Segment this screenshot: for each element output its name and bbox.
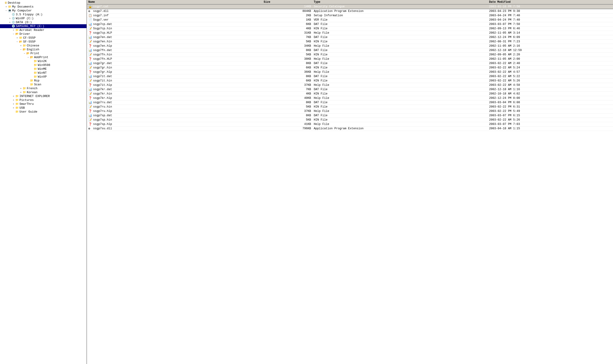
file-row[interactable]: 📝ssgp7fn.hin5KBHIN File2002-09-05 AM 2:2…	[87, 53, 613, 57]
tree-item-chinese[interactable]: +📁 Chinese	[0, 44, 87, 48]
file-date: 2002-08-31 PM 7:23	[488, 39, 613, 44]
file-row[interactable]: ❓ssgp7fn.HLP38KBHelp File2002-11-05 AM 2…	[87, 57, 613, 61]
file-name: ⚙ssgp7su.dll	[87, 127, 262, 131]
expand-icon-my-documents[interactable]: +	[5, 5, 8, 8]
file-row[interactable]: ❓ssgp7it.hlp37KBHelp File2003-02-22 AM 4…	[87, 83, 613, 87]
file-row[interactable]: ❓ssgp7en.hlp34KBHelp File2002-11-05 AM 2…	[87, 44, 613, 48]
tree-label-my-documents: My Documents	[12, 5, 34, 9]
tree-item-rcp[interactable]: 📁 Rcp	[0, 79, 87, 83]
file-row[interactable]: 📝ssgp7ru.hin5KBHIN File2003-02-22 PM 6:3…	[87, 105, 613, 109]
file-row[interactable]: ❓ssgp7gr.hlp36KBHelp File2003-02-22 AM 4…	[87, 70, 613, 74]
file-row[interactable]: ❓ssgp7ru.hlp37KBHelp File2003-02-22 PM 5…	[87, 109, 613, 114]
file-row[interactable]: 📊ssgp7cp.dat6KBDAT File2003-03-07 PM 7:5…	[87, 22, 613, 26]
folder-icon-winme: 📁	[34, 67, 37, 71]
tree-item-pictures[interactable]: +📁 Pictures	[0, 98, 87, 102]
expand-icon-internet-explorer[interactable]: +	[12, 95, 15, 98]
expand-icon-smarthru[interactable]: +	[12, 103, 15, 105]
expand-icon-print[interactable]: −	[23, 52, 26, 55]
folder-icon-addprint: 📂	[30, 56, 33, 59]
file-date: 2002-12-24 PM 6:09	[488, 35, 613, 39]
tree-item-winxp[interactable]: 📁 WinXP	[0, 75, 87, 79]
expand-icon-addprint[interactable]: −	[26, 56, 30, 59]
expand-icon-english[interactable]: −	[19, 48, 22, 51]
file-row[interactable]: 🔒ssgp7.cat14KBSecurity Catalogue2003-01-…	[87, 4, 613, 9]
expand-icon-korean[interactable]: +	[19, 91, 22, 94]
file-row[interactable]: 📊ssgp7sp.dat8KBDAT File2003-03-07 PM 6:1…	[87, 114, 613, 118]
col-header-type[interactable]: Type	[312, 0, 488, 4]
file-row[interactable]: 📝ssgp7it.hin6KBHIN File2003-02-22 AM 5:2…	[87, 79, 613, 83]
tree-item-smarthru[interactable]: +📁 SmarThru	[0, 102, 87, 106]
tree-item-usb[interactable]: +📁 USB	[0, 106, 87, 110]
col-header-name[interactable]: Name	[87, 0, 262, 4]
tree-label-pictures: Pictures	[19, 98, 34, 102]
file-row[interactable]: 📊ssgp7en.dat7KBDAT File2002-12-24 PM 6:0…	[87, 35, 613, 39]
expand-icon-pictures[interactable]: +	[12, 99, 15, 102]
expand-icon-samsung-e[interactable]: −	[8, 25, 12, 28]
file-date: 2002-12-18 AM 12:59	[488, 48, 613, 53]
expand-icon-winxp-c[interactable]: +	[8, 17, 12, 20]
expand-icon-cf555p[interactable]: +	[15, 37, 19, 39]
tree-item-my-computer[interactable]: −💻 My Computer	[0, 9, 87, 13]
tree-item-scan[interactable]: 📁 Scan	[0, 83, 87, 87]
tree-label-chinese: Chinese	[27, 44, 39, 47]
expand-icon-sf555p[interactable]: −	[15, 40, 19, 43]
tree-item-french[interactable]: +📁 French	[0, 87, 87, 90]
file-type: Help File	[312, 70, 488, 74]
file-row[interactable]: ❓ssgp7sp.hlp41KBHelp File2003-03-07 PM 7…	[87, 122, 613, 127]
file-row[interactable]: 📊ssgp7kr.dat7KBDAT File2002-12-18 AM 1:1…	[87, 87, 613, 92]
file-row[interactable]: ⚙ssgp7.dll804KBApplication Program Exten…	[87, 9, 613, 13]
col-header-date-modified[interactable]: Date Modified	[488, 0, 613, 4]
file-row[interactable]: 📝ssgp7sp.hin5KBHIN File2003-02-22 AM 5:2…	[87, 118, 613, 122]
tree-item-floppy[interactable]: 💿 3.5 Floppy (A:)	[0, 13, 87, 16]
tree-label-samsung-e: SAMSUNG_MFP (E:)	[16, 25, 44, 28]
col-header-size[interactable]: Size	[262, 0, 312, 4]
file-row[interactable]: ❓ssgp7kr.hlp40KBHelp File2002-12-24 PM 8…	[87, 96, 613, 100]
tree-item-internet-explorer[interactable]: +📁 INTERNET EXPLORER	[0, 94, 87, 98]
file-size: 38KB	[262, 57, 312, 61]
file-row[interactable]: 📊ssgp7gr.dat8KBDAT File2003-02-22 AM 2:4…	[87, 61, 613, 66]
tree-item-winxp-c[interactable]: +💿 WinXP (C:)	[0, 16, 87, 20]
file-row[interactable]: 📋ssgp7.inf2KBSetup Information2003-04-24…	[87, 13, 613, 18]
tree-item-cf555p[interactable]: +📁 CF-555P	[0, 36, 87, 40]
file-row[interactable]: ❓ssgp7cp.HLP31KBHelp File2002-11-05 AM 3…	[87, 31, 613, 35]
file-row[interactable]: 📊ssgp7ru.dat8KBDAT File2003-03-04 PM 6:0…	[87, 100, 613, 105]
expand-icon-acrobat[interactable]: +	[12, 29, 15, 32]
tree-item-data-d[interactable]: +💿 DATA (D:)	[0, 20, 87, 24]
tree-item-addprint[interactable]: −📂 AddPrint	[0, 55, 87, 59]
expand-icon-french[interactable]: +	[19, 87, 22, 90]
expand-icon-data-d[interactable]: +	[8, 21, 12, 24]
file-date: 2002-12-18 AM 1:16	[488, 87, 613, 92]
tree-item-driver[interactable]: −📂 Driver	[0, 32, 87, 36]
expand-icon-driver[interactable]: −	[12, 33, 15, 36]
file-row[interactable]: ⚙ssgp7su.dll796KBApplication Program Ext…	[87, 127, 613, 131]
tree-item-sf555p[interactable]: −📂 SF-555P	[0, 40, 87, 44]
tree-item-winme[interactable]: 📁 WinME	[0, 67, 87, 71]
tree-item-english[interactable]: −📂 English	[0, 48, 87, 52]
file-row[interactable]: 📝ssgp7en.hin5KBHIN File2002-08-31 PM 7:2…	[87, 39, 613, 44]
file-size: 41KB	[262, 122, 312, 127]
tree-item-print[interactable]: −📂 Print	[0, 52, 87, 55]
tree-item-desktop[interactable]: 🖥 Desktop	[0, 1, 87, 5]
file-row[interactable]: 📝ssgp7kr.hin4KBHIN File2002-10-18 AM 4:0…	[87, 92, 613, 96]
file-row[interactable]: 📊ssgp7fn.dat8KBDAT File2002-12-18 AM 12:…	[87, 48, 613, 53]
file-type-icon: 📝	[88, 27, 92, 30]
expand-icon-usb[interactable]: +	[12, 107, 15, 109]
tree-item-user-guide[interactable]: 📁 User Guide	[0, 110, 87, 114]
file-name: ❓ssgp7en.hlp	[87, 44, 262, 48]
tree-label-rcp: Rcp	[34, 79, 39, 82]
tree-item-acrobat[interactable]: +📁 Acrobat Reader	[0, 28, 87, 32]
tree-item-my-documents[interactable]: +📁 My Documents	[0, 5, 87, 9]
tree-item-samsung-e[interactable]: −💿 SAMSUNG_MFP (E:)	[0, 24, 87, 28]
tree-item-win2k[interactable]: 📁 Win2K	[0, 59, 87, 63]
file-type: Setup Information	[312, 13, 488, 18]
file-row[interactable]: 📝Ssgp7cp.hin4KBHIN File2002-09-13 PM 6:4…	[87, 26, 613, 31]
file-row[interactable]: 📊ssgp7it.dat8KBDAT File2003-02-22 AM 5:2…	[87, 74, 613, 79]
expand-icon-my-computer[interactable]: −	[5, 9, 8, 12]
expand-icon-chinese[interactable]: +	[19, 44, 22, 47]
file-name: 📊ssgp7en.dat	[87, 35, 262, 39]
tree-item-win9598[interactable]: 📁 Win9598	[0, 63, 87, 67]
file-row[interactable]: 📄Ssgp7.ver1KBVER File2003-04-24 PM 7:40	[87, 18, 613, 22]
file-row[interactable]: 📝ssgp7gr.hin6KBHIN File2003-02-22 AM 5:2…	[87, 66, 613, 70]
tree-item-winnt[interactable]: 📁 WinNT	[0, 71, 87, 75]
tree-item-korean[interactable]: +📁 Korean	[0, 90, 87, 94]
